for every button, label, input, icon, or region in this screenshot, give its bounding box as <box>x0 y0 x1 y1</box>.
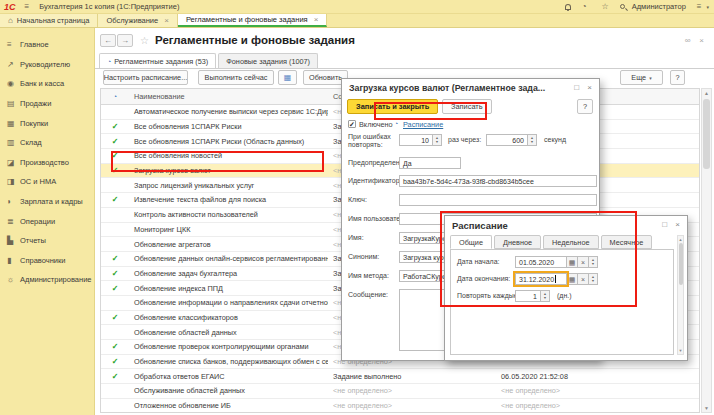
maximize-icon[interactable]: □ <box>662 220 667 229</box>
sidebar-item-label: Покупки <box>20 119 48 128</box>
repeat-stepper[interactable]: ▲▼ <box>541 290 550 302</box>
tab-scheduled[interactable]: ◔Регламентные задания (53) <box>99 53 216 68</box>
menu-icon: ≡ <box>7 40 20 49</box>
clear-icon[interactable]: × <box>578 273 589 285</box>
enabled-check-icon: ✓ <box>101 166 129 175</box>
identifier-value[interactable]: baa43b7e-5d4c-473a-93f8-cbd8634b5cee <box>399 175 597 187</box>
enabled-check-icon: ✓ <box>101 195 129 204</box>
sidebar-item-salary-hr[interactable]: ◗Зарплата и кадры <box>0 192 94 212</box>
maximize-icon[interactable]: □ <box>574 83 579 92</box>
window-tab-service[interactable]: Обслуживание× <box>98 14 177 27</box>
sidebar-item-operations[interactable]: ≣Операции <box>0 211 94 231</box>
home-icon: ⌂ <box>8 16 13 25</box>
enabled-check-icon: ✓ <box>101 122 129 131</box>
scroll-thumb[interactable] <box>703 99 710 169</box>
sidebar-item-main[interactable]: ≡Главное <box>0 35 94 55</box>
sidebar-item-label: Отчеты <box>20 236 46 245</box>
start-date-stepper[interactable]: ▲▼ <box>589 256 598 268</box>
dialog-scrollbar[interactable]: ▲ ▼ <box>677 235 684 355</box>
retry-interval-input[interactable]: 600 <box>486 134 528 146</box>
close-icon[interactable]: × <box>587 83 592 92</box>
close-tab-icon[interactable]: × <box>164 16 169 25</box>
configure-schedule-button[interactable]: Настроить расписание... <box>103 70 188 85</box>
scroll-up-icon[interactable]: ▲ <box>678 237 683 242</box>
job-name: Автоматическое получение выписки через с… <box>129 107 328 116</box>
sidebar-item-fixed-assets[interactable]: ◨ОС и НМА <box>0 172 94 192</box>
schedule-tab-2[interactable]: Недельное <box>543 235 598 249</box>
calendar-icon[interactable]: ▦ <box>567 256 578 268</box>
key-input[interactable] <box>399 194 597 206</box>
schedule-tab-1[interactable]: Дневное <box>494 235 541 249</box>
sidebar-item-bank-cash[interactable]: ◉Банк и касса <box>0 74 94 94</box>
end-date-label: Дата окончания: <box>457 275 510 282</box>
sidebar-item-label: Администрирование <box>20 275 92 284</box>
scroll-down-icon[interactable]: ▼ <box>678 348 683 353</box>
sidebar-item-production[interactable]: ◪Производство <box>0 153 94 173</box>
job-status: <не определено> <box>328 386 496 395</box>
main-menu-icon[interactable]: ≡ <box>25 2 30 12</box>
start-date-input[interactable]: 01.05.2020 <box>515 256 567 268</box>
sidebar-item-reports[interactable]: ▙Отчеты <box>0 231 94 251</box>
forward-button[interactable]: → <box>117 34 133 47</box>
history-icon[interactable]: ◔ <box>582 2 587 12</box>
table-row[interactable]: Отложенное обновление ИБ<не определено><… <box>101 399 699 413</box>
job-status: <не определено> <box>328 401 496 410</box>
calendar-icon[interactable]: ▦ <box>567 273 578 285</box>
sidebar-item-administration[interactable]: ☼Администрирование <box>0 270 94 290</box>
tab-background[interactable]: Фоновые задания (1007) <box>218 53 318 68</box>
close-icon[interactable]: × <box>675 220 680 229</box>
current-user-button[interactable]: Администратор <box>632 2 686 11</box>
back-button[interactable]: ← <box>100 34 116 47</box>
enabled-checkbox[interactable]: ✓ <box>348 120 356 128</box>
window-tab-home[interactable]: ⌂Начальная страница <box>0 14 98 27</box>
favorite-star-icon[interactable]: ☆ <box>140 35 149 46</box>
close-tab-icon[interactable]: × <box>314 15 319 24</box>
scroll-up-icon[interactable]: ▲ <box>702 90 711 96</box>
save-button[interactable]: Записать <box>442 99 492 114</box>
retry-count-stepper[interactable]: ▲▼ <box>433 134 442 146</box>
job-name: Обновление данных онлайн-сервисов реглам… <box>129 254 328 263</box>
close-form-icon[interactable]: × <box>699 36 704 45</box>
notifications-icon[interactable] <box>565 4 571 10</box>
help-button[interactable]: ? <box>670 70 685 85</box>
window-tabbar: ⌂Начальная страницаОбслуживание×Регламен… <box>0 14 714 28</box>
sidebar-item-purchases[interactable]: ▦Покупки <box>0 113 94 133</box>
sidebar-item-manager[interactable]: ↗Руководителю <box>0 55 94 75</box>
scroll-down-icon[interactable]: ▼ <box>702 405 711 411</box>
sidebar-item-label: Справочники <box>20 256 65 265</box>
end-date-input[interactable]: 31.12.2020 <box>515 273 567 285</box>
clear-icon[interactable]: × <box>578 256 589 268</box>
sidebar-item-directories[interactable]: ▮Справочники <box>0 251 94 271</box>
run-now-button[interactable]: Выполнить сейчас <box>198 70 274 85</box>
end-date-stepper[interactable]: ▲▼ <box>589 273 598 285</box>
boxes-icon: ▥ <box>7 138 20 147</box>
retry-interval-stepper[interactable]: ▲▼ <box>528 134 537 146</box>
get-link-icon[interactable]: ∞ <box>685 36 691 45</box>
vertical-scrollbar[interactable]: ▲ ▼ <box>701 88 712 413</box>
repeat-input[interactable]: 1 <box>515 290 541 302</box>
scroll-thumb[interactable] <box>679 243 684 285</box>
schedule-dialog-title: Расписание <box>452 220 508 231</box>
retry-count-input[interactable]: 10 <box>399 134 433 146</box>
start-date-label: Дата начала: <box>457 258 500 265</box>
job-name: Обновление индекса ППД <box>129 284 328 293</box>
more-button[interactable]: Еще▾ <box>620 70 663 85</box>
enabled-check-icon: ✓ <box>101 357 129 366</box>
search-icon[interactable] <box>620 4 625 9</box>
schedule-tab-0[interactable]: Общие <box>450 235 492 249</box>
favorites-icon[interactable]: ☆ <box>602 2 609 12</box>
list-settings-icon-button[interactable]: ▦ <box>278 70 297 85</box>
table-row[interactable]: ✓Обработка ответов ЕГАИСЗадание выполнен… <box>101 369 699 384</box>
dialog-help-button[interactable]: ? <box>577 99 593 114</box>
window-tab-scheduled-jobs[interactable]: Регламентные и фоновые задания× <box>178 14 327 27</box>
save-and-close-button[interactable]: Записать и закрыть <box>347 99 438 114</box>
schedule-link[interactable]: Расписание <box>403 120 443 129</box>
sidebar-item-warehouse[interactable]: ▥Склад <box>0 133 94 153</box>
sidebar-item-sales[interactable]: ▤Продажи <box>0 94 94 114</box>
service-menu-icon[interactable]: ≡▾ <box>693 2 709 12</box>
table-row[interactable]: Обслуживание областей данных<не определе… <box>101 384 699 399</box>
app-window: 1С ≡ Бухгалтерия 1с копия (1С:Предприяти… <box>0 0 714 415</box>
schedule-tab-3[interactable]: Месячное <box>601 235 653 249</box>
job-name: Обновление проверок контролирующими орга… <box>129 342 328 351</box>
repeat-suffix-label: (дн.) <box>557 292 572 299</box>
